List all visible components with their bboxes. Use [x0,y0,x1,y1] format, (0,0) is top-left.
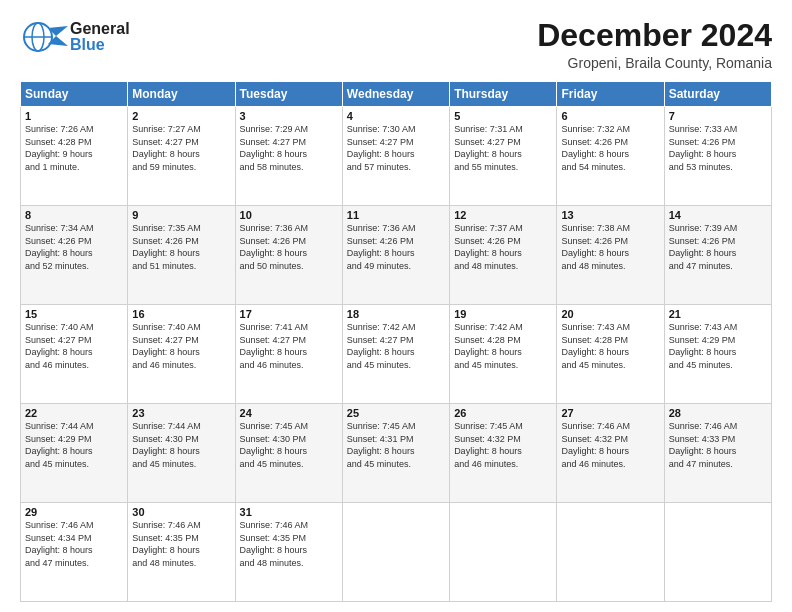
header: General Blue December 2024 Gropeni, Brai… [20,18,772,71]
day-info: Sunrise: 7:35 AM Sunset: 4:26 PM Dayligh… [132,222,230,272]
calendar-cell: 3Sunrise: 7:29 AM Sunset: 4:27 PM Daylig… [235,107,342,206]
day-number: 4 [347,110,445,122]
page: General Blue December 2024 Gropeni, Brai… [0,0,792,612]
logo: General Blue [20,18,130,56]
calendar-cell: 6Sunrise: 7:32 AM Sunset: 4:26 PM Daylig… [557,107,664,206]
calendar-cell: 31Sunrise: 7:46 AM Sunset: 4:35 PM Dayli… [235,503,342,602]
day-number: 18 [347,308,445,320]
calendar-header-row: Sunday Monday Tuesday Wednesday Thursday… [21,82,772,107]
day-info: Sunrise: 7:27 AM Sunset: 4:27 PM Dayligh… [132,123,230,173]
day-info: Sunrise: 7:46 AM Sunset: 4:33 PM Dayligh… [669,420,767,470]
day-info: Sunrise: 7:46 AM Sunset: 4:32 PM Dayligh… [561,420,659,470]
day-info: Sunrise: 7:33 AM Sunset: 4:26 PM Dayligh… [669,123,767,173]
logo-label: General Blue [70,21,130,53]
day-number: 25 [347,407,445,419]
day-info: Sunrise: 7:46 AM Sunset: 4:35 PM Dayligh… [240,519,338,569]
day-number: 7 [669,110,767,122]
day-number: 13 [561,209,659,221]
day-info: Sunrise: 7:38 AM Sunset: 4:26 PM Dayligh… [561,222,659,272]
day-number: 1 [25,110,123,122]
calendar-cell: 26Sunrise: 7:45 AM Sunset: 4:32 PM Dayli… [450,404,557,503]
day-info: Sunrise: 7:30 AM Sunset: 4:27 PM Dayligh… [347,123,445,173]
title-block: December 2024 Gropeni, Braila County, Ro… [537,18,772,71]
calendar-cell: 24Sunrise: 7:45 AM Sunset: 4:30 PM Dayli… [235,404,342,503]
col-thursday: Thursday [450,82,557,107]
calendar-cell: 30Sunrise: 7:46 AM Sunset: 4:35 PM Dayli… [128,503,235,602]
calendar-cell: 7Sunrise: 7:33 AM Sunset: 4:26 PM Daylig… [664,107,771,206]
day-info: Sunrise: 7:42 AM Sunset: 4:27 PM Dayligh… [347,321,445,371]
calendar-cell [342,503,449,602]
day-number: 21 [669,308,767,320]
calendar-table: Sunday Monday Tuesday Wednesday Thursday… [20,81,772,602]
calendar-cell [557,503,664,602]
day-number: 30 [132,506,230,518]
day-info: Sunrise: 7:36 AM Sunset: 4:26 PM Dayligh… [240,222,338,272]
day-number: 29 [25,506,123,518]
day-number: 2 [132,110,230,122]
main-title: December 2024 [537,18,772,53]
day-number: 3 [240,110,338,122]
calendar-cell: 25Sunrise: 7:45 AM Sunset: 4:31 PM Dayli… [342,404,449,503]
calendar-week-row: 8Sunrise: 7:34 AM Sunset: 4:26 PM Daylig… [21,206,772,305]
calendar-week-row: 1Sunrise: 7:26 AM Sunset: 4:28 PM Daylig… [21,107,772,206]
col-monday: Monday [128,82,235,107]
calendar-cell: 9Sunrise: 7:35 AM Sunset: 4:26 PM Daylig… [128,206,235,305]
calendar-cell [664,503,771,602]
day-info: Sunrise: 7:43 AM Sunset: 4:28 PM Dayligh… [561,321,659,371]
calendar-week-row: 22Sunrise: 7:44 AM Sunset: 4:29 PM Dayli… [21,404,772,503]
day-info: Sunrise: 7:41 AM Sunset: 4:27 PM Dayligh… [240,321,338,371]
calendar-cell: 5Sunrise: 7:31 AM Sunset: 4:27 PM Daylig… [450,107,557,206]
col-wednesday: Wednesday [342,82,449,107]
day-info: Sunrise: 7:26 AM Sunset: 4:28 PM Dayligh… [25,123,123,173]
day-number: 22 [25,407,123,419]
day-info: Sunrise: 7:45 AM Sunset: 4:30 PM Dayligh… [240,420,338,470]
calendar-cell: 28Sunrise: 7:46 AM Sunset: 4:33 PM Dayli… [664,404,771,503]
calendar-cell: 2Sunrise: 7:27 AM Sunset: 4:27 PM Daylig… [128,107,235,206]
day-number: 12 [454,209,552,221]
day-number: 26 [454,407,552,419]
day-number: 28 [669,407,767,419]
day-number: 8 [25,209,123,221]
day-info: Sunrise: 7:45 AM Sunset: 4:31 PM Dayligh… [347,420,445,470]
day-number: 23 [132,407,230,419]
calendar-cell [450,503,557,602]
day-number: 24 [240,407,338,419]
day-info: Sunrise: 7:40 AM Sunset: 4:27 PM Dayligh… [25,321,123,371]
day-info: Sunrise: 7:36 AM Sunset: 4:26 PM Dayligh… [347,222,445,272]
calendar-cell: 16Sunrise: 7:40 AM Sunset: 4:27 PM Dayli… [128,305,235,404]
day-number: 31 [240,506,338,518]
calendar-cell: 1Sunrise: 7:26 AM Sunset: 4:28 PM Daylig… [21,107,128,206]
calendar-week-row: 29Sunrise: 7:46 AM Sunset: 4:34 PM Dayli… [21,503,772,602]
day-number: 19 [454,308,552,320]
day-number: 5 [454,110,552,122]
day-info: Sunrise: 7:32 AM Sunset: 4:26 PM Dayligh… [561,123,659,173]
calendar-cell: 12Sunrise: 7:37 AM Sunset: 4:26 PM Dayli… [450,206,557,305]
day-number: 6 [561,110,659,122]
logo-blue-text: Blue [70,37,130,53]
calendar-cell: 19Sunrise: 7:42 AM Sunset: 4:28 PM Dayli… [450,305,557,404]
day-info: Sunrise: 7:34 AM Sunset: 4:26 PM Dayligh… [25,222,123,272]
day-number: 9 [132,209,230,221]
day-info: Sunrise: 7:43 AM Sunset: 4:29 PM Dayligh… [669,321,767,371]
day-info: Sunrise: 7:46 AM Sunset: 4:34 PM Dayligh… [25,519,123,569]
calendar-cell: 22Sunrise: 7:44 AM Sunset: 4:29 PM Dayli… [21,404,128,503]
day-info: Sunrise: 7:44 AM Sunset: 4:29 PM Dayligh… [25,420,123,470]
calendar-week-row: 15Sunrise: 7:40 AM Sunset: 4:27 PM Dayli… [21,305,772,404]
calendar-cell: 27Sunrise: 7:46 AM Sunset: 4:32 PM Dayli… [557,404,664,503]
day-number: 20 [561,308,659,320]
day-number: 14 [669,209,767,221]
calendar-cell: 15Sunrise: 7:40 AM Sunset: 4:27 PM Dayli… [21,305,128,404]
day-info: Sunrise: 7:42 AM Sunset: 4:28 PM Dayligh… [454,321,552,371]
day-info: Sunrise: 7:46 AM Sunset: 4:35 PM Dayligh… [132,519,230,569]
calendar-cell: 8Sunrise: 7:34 AM Sunset: 4:26 PM Daylig… [21,206,128,305]
day-number: 10 [240,209,338,221]
calendar-cell: 21Sunrise: 7:43 AM Sunset: 4:29 PM Dayli… [664,305,771,404]
logo-icon [20,18,68,56]
calendar-cell: 4Sunrise: 7:30 AM Sunset: 4:27 PM Daylig… [342,107,449,206]
logo-general-text: General [70,21,130,37]
col-sunday: Sunday [21,82,128,107]
calendar-cell: 10Sunrise: 7:36 AM Sunset: 4:26 PM Dayli… [235,206,342,305]
col-friday: Friday [557,82,664,107]
calendar-cell: 11Sunrise: 7:36 AM Sunset: 4:26 PM Dayli… [342,206,449,305]
calendar-cell: 23Sunrise: 7:44 AM Sunset: 4:30 PM Dayli… [128,404,235,503]
